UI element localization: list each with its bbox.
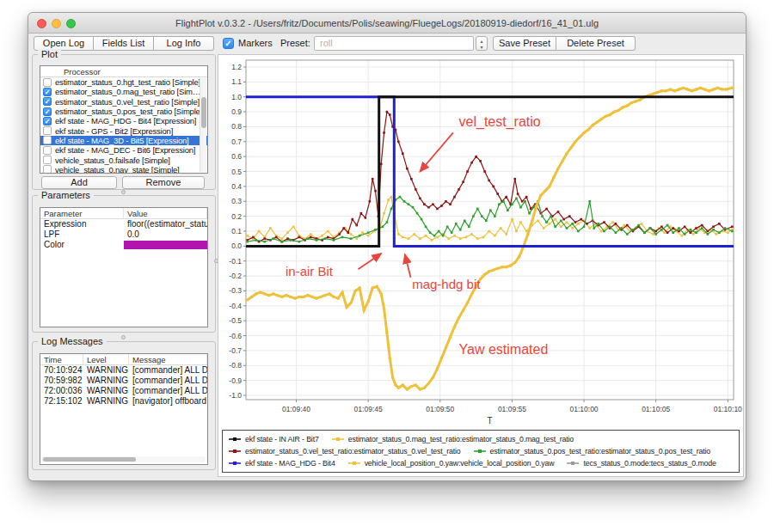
log-row[interactable]: 72:00:036WARNING[commander] ALL DAT [40,386,207,396]
field-checkbox[interactable] [43,136,52,144]
field-checkbox[interactable] [43,165,52,174]
splitter-handle[interactable] [121,335,126,339]
svg-text:1.2: 1.2 [231,63,242,71]
plot-list-item[interactable]: ✓estimator_status_0.pos_test_ratio [Simp… [40,107,207,116]
chart-annotation: Yaw estimated [459,342,549,357]
plot-list-item[interactable]: ekf state - MAG_DEC - Bit6 [Expression] [40,145,207,155]
log-message: [commander] ALL DAT [129,386,207,396]
field-checkbox[interactable]: ✓ [43,88,52,96]
legend-entry: estimator_status_0.vel_test_ratio:estima… [228,445,461,457]
plot-chart[interactable]: -1.0-0.9-0.8-0.7-0.6-0.5-0.4-0.3-0.2-0.1… [218,55,743,426]
log-level: WARNING [83,365,129,376]
parameters-groupbox: Parameters Parameter Value Expressionflo… [32,195,216,333]
svg-text:0.2: 0.2 [231,212,242,221]
log-row[interactable]: 70:10:924WARNING[commander] ALL DAT [40,365,207,376]
remove-field-button[interactable]: Remove [122,176,205,189]
delete-preset-button[interactable]: Delete Preset [556,36,636,51]
svg-text:-0.9: -0.9 [229,376,242,385]
close-window-button[interactable] [37,19,46,28]
minimize-window-button[interactable] [52,19,61,28]
field-checkbox[interactable] [43,156,52,164]
parameter-name: Color [40,240,124,250]
legend-marker-icon [347,460,361,467]
plot-field-list[interactable]: Processor estimator_status_0.hgt_test_ra… [40,65,208,174]
log-level: WARNING [83,376,129,386]
parameter-row[interactable]: Color [40,240,207,250]
col-time: Time [40,354,83,364]
plot-list-item[interactable]: ✓estimator_status_0.mag_test_ratio [Sim… [40,87,207,96]
series-estimator_status_0.mag_test_ratio [248,197,733,240]
chart-legend: ekf state - IN AIR - Bit7estimator_statu… [222,430,740,473]
log-row[interactable]: 72:15:102WARNING[navigator] offboard m [40,396,207,407]
log-messages-table[interactable]: Time Level Message 70:10:924WARNING[comm… [40,353,208,465]
legend-entry: tecs_status_0.mode:tecs_status_0.mode [566,457,716,469]
plot-list-item[interactable]: vehicle_status_0.failsafe [Simple] [40,155,207,164]
parameter-value: 0.0 [124,229,207,240]
zoom-window-button[interactable] [66,19,76,28]
field-label: estimator_status_0.vel_test_ratio [Simpl… [55,97,200,107]
log-level: WARNING [83,396,129,407]
col-level: Level [83,354,129,364]
legend-entry: estimator_status_0.mag_test_ratio:estima… [331,433,574,445]
splitter-handle[interactable] [121,190,126,194]
log-message: [commander] ALL DAT [129,376,207,386]
svg-text:01:10:00: 01:10:00 [570,405,599,413]
legend-entry: ekf state - MAG_HDG - Bit4 [228,457,335,469]
parameters-table[interactable]: Parameter Value Expressionfloor((estimat… [40,207,208,327]
field-label: ekf state - MAG_DEC - Bit6 [Expression] [55,145,195,155]
preset-combobox[interactable]: roll [314,36,474,51]
svg-text:-0.8: -0.8 [229,361,242,370]
col-message: Message [129,354,207,364]
plot-list-item[interactable]: ✓estimator_status_0.vel_test_ratio [Simp… [40,97,207,107]
save-preset-button[interactable]: Save Preset [493,36,556,51]
preset-stepper[interactable]: ▴▾ [476,36,488,51]
legend-row: ekf state - MAG_HDG - Bit4vehicle_local_… [228,457,734,469]
log-hscrollbar[interactable] [42,456,206,462]
field-checkbox[interactable] [43,146,52,155]
parameter-value [124,240,207,250]
svg-text:01:10:10: 01:10:10 [714,405,742,413]
field-checkbox[interactable]: ✓ [43,97,52,106]
svg-text:01:09:55: 01:09:55 [498,405,526,413]
chart-annotation: vel_test_ratio [459,114,541,130]
series-estimator_status_0.vel_test_ratio [248,112,733,242]
toolbar: Open Log Fields List Log Info ✓ Markers … [28,35,746,52]
log-message: [commander] ALL DAT [129,365,207,376]
parameter-row[interactable]: LPF0.0 [40,229,207,240]
plot-list-item[interactable]: estimator_status_0.hgt_test_ratio [Simpl… [40,77,207,87]
svg-text:0.1: 0.1 [231,227,242,235]
scrollbar-thumb[interactable] [201,97,206,128]
log-messages-group-title: Log Messages [38,336,107,346]
field-checkbox[interactable] [43,126,52,135]
plot-list-scrollbar[interactable] [200,78,206,172]
fields-list-button[interactable]: Fields List [94,36,154,51]
color-swatch[interactable] [124,241,207,249]
legend-label: estimator_status_0.vel_test_ratio:estima… [245,445,461,457]
col-value: Value [124,208,207,218]
legend-label: tecs_status_0.mode:tecs_status_0.mode [583,457,716,469]
log-level: WARNING [83,386,129,396]
plot-list-item[interactable]: ✓ekf state - MAG_HDG - Bit4 [Expression] [40,116,207,125]
series-estimator_status_0.pos_test_ratio [248,197,733,242]
svg-text:-0.2: -0.2 [229,272,242,280]
plot-list-item[interactable]: ekf state - GPS - Bit2 [Expression] [40,125,207,135]
markers-checkbox[interactable]: ✓ [223,38,234,49]
svg-text:0.6: 0.6 [231,152,242,161]
parameters-group-title: Parameters [38,190,94,200]
log-row[interactable]: 70:59:982WARNING[commander] ALL DAT [40,376,207,386]
title-bar[interactable]: FlightPlot v.0.3.2 - /Users/fritz/Docume… [28,13,746,34]
plot-list-item[interactable]: vehicle_status_0.nav_state [Simple] [40,165,207,174]
field-label: ekf state - GPS - Bit2 [Expression] [55,126,173,136]
field-checkbox[interactable]: ✓ [43,117,52,125]
field-checkbox[interactable] [43,78,52,87]
field-label: estimator_status_0.mag_test_ratio [Sim… [55,87,200,96]
scrollbar-thumb[interactable] [43,457,136,462]
field-checkbox[interactable]: ✓ [43,107,52,116]
legend-row: ekf state - IN AIR - Bit7estimator_statu… [228,433,734,445]
parameter-row[interactable]: Expressionfloor((estimator_statu… [40,219,207,229]
log-info-button[interactable]: Log Info [154,36,214,51]
add-field-button[interactable]: Add [41,176,117,189]
log-time: 72:00:036 [40,386,83,396]
parameter-name: Expression [40,219,124,229]
plot-list-item[interactable]: ekf state - MAG_3D - Bit5 [Expression] [40,136,207,145]
